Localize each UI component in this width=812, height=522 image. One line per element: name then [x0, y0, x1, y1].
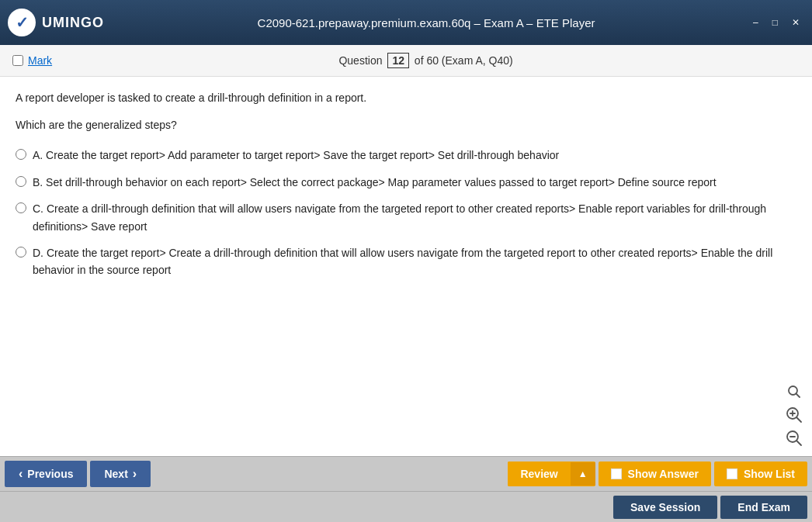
logo-check-icon: ✓	[16, 13, 29, 32]
show-answer-label: Show Answer	[628, 468, 699, 480]
show-answer-button[interactable]: Show Answer	[599, 462, 711, 486]
save-session-button[interactable]: Save Session	[613, 496, 717, 519]
show-list-label: Show List	[744, 468, 795, 480]
right-icons	[784, 382, 804, 448]
options-list: A. Create the target report> Add paramet…	[16, 147, 796, 278]
search-icon[interactable]	[784, 382, 804, 402]
main-content: Mark Question 12 of 60 (Exam A, Q40) A r…	[0, 45, 812, 456]
previous-label: Previous	[27, 468, 73, 480]
minimize-button[interactable]: –	[748, 16, 763, 29]
option-radio-c[interactable]	[16, 202, 26, 213]
mark-area: Mark	[12, 54, 52, 67]
question-text: A report developer is tasked to create a…	[16, 89, 796, 106]
option-text-c: C. Create a drill-through definition tha…	[33, 200, 796, 235]
mark-link[interactable]: Mark	[28, 54, 52, 67]
mark-checkbox[interactable]	[12, 55, 23, 66]
question-label: Question	[338, 54, 382, 67]
bottom-navigation-bar: ‹ Previous Next › Review ▲ Show Answer S…	[0, 456, 812, 491]
question-subtext: Which are the generalized steps?	[16, 119, 796, 131]
svg-line-1	[796, 394, 800, 398]
review-dropdown-icon: ▲	[571, 462, 595, 486]
previous-button[interactable]: ‹ Previous	[5, 461, 87, 487]
total-questions: of 60 (Exam A, Q40)	[415, 54, 513, 67]
show-answer-checkbox-icon	[611, 468, 622, 479]
close-button[interactable]: ✕	[787, 16, 804, 29]
bottom-action-bar: Save Session End Exam	[0, 491, 812, 522]
window-title: C2090-621.prepaway.premium.exam.60q – Ex…	[104, 16, 748, 29]
option-radio-b[interactable]	[16, 176, 26, 187]
option-text-d: D. Create the target report> Create a dr…	[33, 244, 796, 279]
maximize-button[interactable]: □	[768, 16, 783, 29]
list-item: D. Create the target report> Create a dr…	[16, 244, 796, 279]
option-radio-d[interactable]	[16, 247, 26, 258]
list-item: C. Create a drill-through definition tha…	[16, 200, 796, 235]
show-list-checkbox-icon	[727, 468, 737, 479]
title-bar-left: ✓ UMINGO	[8, 9, 104, 36]
next-button[interactable]: Next ›	[90, 461, 151, 487]
question-header: Mark Question 12 of 60 (Exam A, Q40)	[0, 45, 812, 77]
option-text-b: B. Set drill-through behavior on each re…	[33, 174, 796, 191]
svg-line-3	[796, 417, 801, 422]
window-controls: – □ ✕	[748, 16, 804, 29]
question-number: 12	[387, 53, 409, 68]
zoom-in-icon[interactable]	[784, 405, 804, 425]
left-arrow-icon: ‹	[19, 467, 23, 481]
next-label: Next	[104, 468, 127, 480]
list-item: B. Set drill-through behavior on each re…	[16, 174, 796, 191]
review-button[interactable]: Review ▲	[508, 462, 595, 486]
end-exam-button[interactable]: End Exam	[720, 496, 807, 519]
option-text-a: A. Create the target report> Add paramet…	[33, 147, 796, 164]
logo-icon: ✓	[8, 9, 36, 36]
logo-text: UMINGO	[42, 15, 104, 31]
svg-line-7	[796, 441, 801, 445]
show-list-button[interactable]: Show List	[714, 462, 807, 486]
option-radio-a[interactable]	[16, 149, 26, 160]
review-label: Review	[508, 462, 570, 486]
zoom-out-icon[interactable]	[784, 428, 804, 448]
question-body: A report developer is tasked to create a…	[0, 77, 812, 456]
right-arrow-icon: ›	[133, 467, 137, 481]
title-bar: ✓ UMINGO C2090-621.prepaway.premium.exam…	[0, 0, 812, 45]
list-item: A. Create the target report> Add paramet…	[16, 147, 796, 164]
question-info: Question 12 of 60 (Exam A, Q40)	[52, 53, 800, 68]
